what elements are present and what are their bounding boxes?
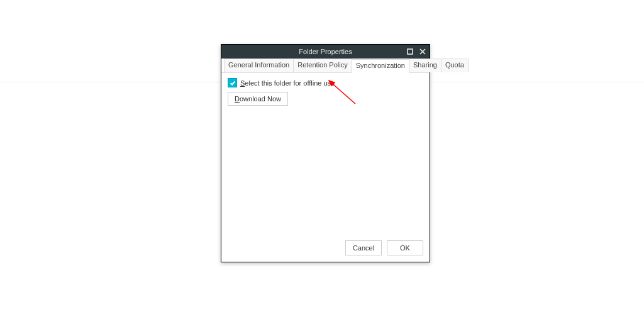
titlebar[interactable]: Folder Properties xyxy=(221,45,430,59)
offline-use-label: Select this folder for offline use xyxy=(240,79,335,87)
window-controls xyxy=(406,45,427,59)
tab-retention-policy[interactable]: Retention Policy xyxy=(293,59,352,72)
window-title: Folder Properties xyxy=(299,48,352,55)
maximize-icon[interactable] xyxy=(406,47,414,56)
tabstrip: General Information Retention Policy Syn… xyxy=(221,59,430,73)
folder-properties-dialog: Folder Properties General Information Re… xyxy=(221,44,430,262)
tab-general-information[interactable]: General Information xyxy=(224,59,294,72)
close-icon[interactable] xyxy=(418,47,427,56)
tab-quota[interactable]: Quota xyxy=(441,59,469,72)
offline-use-checkbox[interactable] xyxy=(228,78,237,87)
offline-use-row: Select this folder for offline use xyxy=(228,78,423,87)
tab-sharing[interactable]: Sharing xyxy=(409,59,441,72)
dialog-footer: Cancel OK xyxy=(221,233,430,262)
ok-button[interactable]: OK xyxy=(387,240,423,255)
download-now-button[interactable]: Download Now xyxy=(228,92,288,106)
tab-synchronization[interactable]: Synchronization xyxy=(352,59,409,73)
cancel-button[interactable]: Cancel xyxy=(345,240,382,255)
svg-rect-0 xyxy=(408,49,413,54)
tab-body: Select this folder for offline use Downl… xyxy=(221,73,430,244)
